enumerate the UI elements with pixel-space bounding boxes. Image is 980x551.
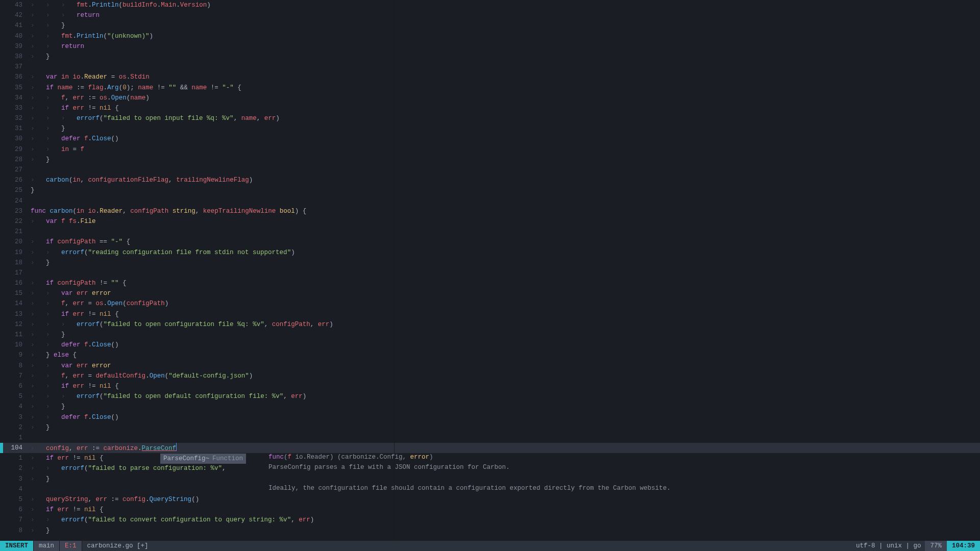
code-line[interactable]: 35› if name := flag.Arg(0); name != "" &… bbox=[0, 83, 980, 93]
code-line[interactable]: 28› } bbox=[0, 155, 980, 165]
line-number: 31 bbox=[3, 123, 27, 134]
line-number: 2 bbox=[3, 422, 27, 433]
code-line[interactable]: 39› › return bbox=[0, 41, 980, 52]
code-line[interactable]: 7› › f, err = defaultConfig.Open("defaul… bbox=[0, 371, 980, 381]
line-number: 104 bbox=[3, 443, 27, 453]
code-line[interactable]: 40› › fmt.Println("(unknown)") bbox=[0, 31, 980, 41]
code-line[interactable]: 20› if configPath == "-" { bbox=[0, 237, 980, 247]
code-line[interactable]: 16› if configPath != "" { bbox=[0, 278, 980, 288]
code-line[interactable]: 27 bbox=[0, 165, 980, 175]
completion-item[interactable]: ParseConfig~ Function bbox=[160, 454, 246, 464]
code-line[interactable]: 25} bbox=[0, 185, 980, 195]
code-line[interactable]: 12› › › errorf("failed to open configura… bbox=[0, 319, 980, 330]
line-number: 11 bbox=[3, 330, 27, 340]
code-line[interactable]: 8› › var err error bbox=[0, 361, 980, 371]
line-number: 30 bbox=[3, 134, 27, 144]
code-line[interactable]: 36› var in io.Reader = os.Stdin bbox=[0, 72, 980, 82]
line-number: 8 bbox=[3, 525, 27, 536]
code-editor[interactable]: 43› › › fmt.Println(buildInfo.Main.Versi… bbox=[0, 0, 980, 541]
line-number: 41 bbox=[3, 20, 27, 31]
line-number: 4 bbox=[3, 484, 27, 494]
code-line[interactable]: 18› } bbox=[0, 258, 980, 268]
line-number: 23 bbox=[3, 206, 27, 216]
code-line[interactable]: 2› } bbox=[0, 422, 980, 433]
code-line[interactable]: 3› › defer f.Close() bbox=[0, 412, 980, 422]
code-line[interactable]: 9› } else { bbox=[0, 350, 980, 360]
line-number: 1 bbox=[3, 433, 27, 443]
code-line[interactable]: 8› } bbox=[0, 525, 980, 536]
line-number: 38 bbox=[3, 52, 27, 62]
code-line[interactable]: 21 bbox=[0, 227, 980, 237]
code-line[interactable]: 38› } bbox=[0, 52, 980, 62]
line-number: 8 bbox=[3, 361, 27, 371]
code-line[interactable]: 23func carbon(in io.Reader, configPath s… bbox=[0, 206, 980, 216]
line-number: 10 bbox=[3, 340, 27, 350]
cursor-position: 104:39 bbox=[947, 541, 980, 551]
line-number: 12 bbox=[3, 319, 27, 330]
line-number: 34 bbox=[3, 93, 27, 103]
line-number: 42 bbox=[3, 10, 27, 20]
git-branch: main bbox=[34, 541, 60, 551]
code-line[interactable]: 6› if err != nil { bbox=[0, 505, 980, 515]
code-line[interactable]: 32› › › errorf("failed to open input fil… bbox=[0, 113, 980, 123]
code-line[interactable]: 33› › if err != nil { bbox=[0, 103, 980, 113]
code-line[interactable]: 30› › defer f.Close() bbox=[0, 134, 980, 144]
code-line[interactable]: 17 bbox=[0, 268, 980, 278]
code-line[interactable]: 34› › f, err := os.Open(name) bbox=[0, 93, 980, 103]
line-number: 36 bbox=[3, 72, 27, 82]
code-line[interactable]: 1› if err != nil { bbox=[0, 453, 980, 463]
code-line[interactable]: 4› › } bbox=[0, 402, 980, 412]
line-number: 43 bbox=[3, 0, 27, 10]
statusline: INSERT main E:1 carbonize.go [+] utf-8 |… bbox=[0, 541, 980, 551]
line-number: 6 bbox=[3, 381, 27, 391]
line-number: 17 bbox=[3, 268, 27, 278]
code-line[interactable]: 104› config, err := carbonize.ParseConf bbox=[0, 443, 980, 453]
code-line[interactable]: 11› › } bbox=[0, 330, 980, 340]
line-number: 24 bbox=[3, 196, 27, 206]
completion-match: ParseConfig~ bbox=[163, 454, 209, 464]
line-number: 18 bbox=[3, 258, 27, 268]
code-line[interactable]: 42› › › return bbox=[0, 10, 980, 20]
code-line[interactable]: 26› carbon(in, configurationFileFlag, tr… bbox=[0, 175, 980, 185]
line-number: 39 bbox=[3, 41, 27, 52]
code-line[interactable]: 13› › if err != nil { bbox=[0, 309, 980, 319]
code-line[interactable]: 22› var f fs.File bbox=[0, 216, 980, 227]
code-line[interactable]: 24 bbox=[0, 196, 980, 206]
line-number: 29 bbox=[3, 144, 27, 155]
line-number: 20 bbox=[3, 237, 27, 247]
code-line[interactable]: 1 bbox=[0, 433, 980, 443]
code-line[interactable]: 3› } bbox=[0, 474, 980, 484]
code-line[interactable]: 41› › } bbox=[0, 20, 980, 31]
completion-popup[interactable]: ParseConfig~ Function bbox=[160, 454, 246, 464]
code-line[interactable]: 31› › } bbox=[0, 123, 980, 134]
line-number: 13 bbox=[3, 309, 27, 319]
code-line[interactable]: 10› › defer f.Close() bbox=[0, 340, 980, 350]
mode-indicator: INSERT bbox=[0, 541, 34, 551]
line-number: 21 bbox=[3, 227, 27, 237]
line-number: 19 bbox=[3, 247, 27, 258]
code-line[interactable]: 5› › › errorf("failed to open default co… bbox=[0, 391, 980, 402]
line-number: 28 bbox=[3, 155, 27, 165]
line-number: 5 bbox=[3, 391, 27, 402]
line-number: 3 bbox=[3, 412, 27, 422]
line-number: 40 bbox=[3, 31, 27, 41]
line-number: 5 bbox=[3, 494, 27, 505]
code-line[interactable]: 7› › errorf("failed to convert configura… bbox=[0, 515, 980, 525]
line-number: 1 bbox=[3, 453, 27, 463]
code-line[interactable]: 37 bbox=[0, 62, 980, 72]
code-line[interactable]: 15› › var err error bbox=[0, 288, 980, 298]
code-line[interactable]: 29› › in = f bbox=[0, 144, 980, 155]
code-line[interactable]: 14› › f, err = os.Open(configPath) bbox=[0, 298, 980, 309]
line-number: 27 bbox=[3, 165, 27, 175]
line-number: 22 bbox=[3, 216, 27, 227]
code-line[interactable]: 43› › › fmt.Println(buildInfo.Main.Versi… bbox=[0, 0, 980, 10]
code-line[interactable]: 6› › if err != nil { bbox=[0, 381, 980, 391]
code-line[interactable]: 5› queryString, err := config.QueryStrin… bbox=[0, 494, 980, 505]
code-line[interactable]: 19› › errorf("reading configuration file… bbox=[0, 247, 980, 258]
line-number: 6 bbox=[3, 505, 27, 515]
line-number: 33 bbox=[3, 103, 27, 113]
completion-kind: Function bbox=[212, 454, 243, 464]
line-number: 15 bbox=[3, 288, 27, 298]
line-number: 3 bbox=[3, 474, 27, 484]
line-number: 26 bbox=[3, 175, 27, 185]
